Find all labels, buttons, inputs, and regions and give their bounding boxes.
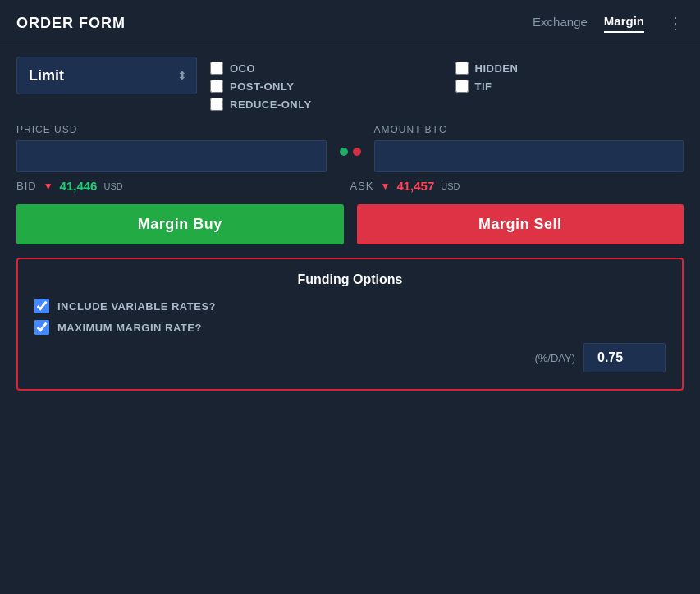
price-col: PRICE USD xyxy=(16,124,327,172)
reduce-only-label: REDUCE-ONLY xyxy=(230,98,312,111)
hidden-checkbox[interactable] xyxy=(455,62,469,75)
oco-checkbox[interactable] xyxy=(210,62,223,75)
order-type-wrapper: Limit Market Stop Trailing Stop Fill or … xyxy=(16,57,197,94)
tab-exchange[interactable]: Exchange xyxy=(533,15,588,32)
margin-buy-button[interactable]: Margin Buy xyxy=(16,204,344,244)
post-only-checkbox[interactable] xyxy=(210,80,223,93)
buy-sell-row: Margin Buy Margin Sell xyxy=(16,204,684,244)
amount-label: AMOUNT BTC xyxy=(374,124,684,135)
ask-triangle-icon: ▼ xyxy=(381,180,391,192)
bid-value: 41,446 xyxy=(60,179,98,193)
ask-currency: USD xyxy=(441,181,460,191)
amount-input[interactable] xyxy=(374,140,684,172)
bid-triangle-icon: ▼ xyxy=(43,180,53,192)
tif-checkbox[interactable] xyxy=(455,80,469,93)
order-type-row: Limit Market Stop Trailing Stop Fill or … xyxy=(16,57,684,111)
rate-row: (%/DAY) xyxy=(34,343,666,372)
dot-red-icon xyxy=(353,148,361,156)
ask-label: ASK xyxy=(350,180,374,192)
max-margin-label: MAXIMUM MARGIN RATE? xyxy=(57,322,202,334)
checkbox-post-only: POST-ONLY xyxy=(210,80,439,93)
dot-green-icon xyxy=(340,148,348,156)
margin-sell-button[interactable]: Margin Sell xyxy=(357,204,684,244)
include-variable-row: INCLUDE VARIABLE RATES? xyxy=(34,299,666,313)
checkbox-hidden: HIDDEN xyxy=(455,62,684,75)
tif-label: TIF xyxy=(475,80,492,93)
rate-input[interactable] xyxy=(583,343,666,372)
header: ORDER FORM Exchange Margin ⋮ xyxy=(0,0,700,43)
header-tabs: Exchange Margin ⋮ xyxy=(533,13,684,33)
bid-currency: USD xyxy=(103,181,122,191)
more-options-icon[interactable]: ⋮ xyxy=(667,13,684,33)
max-margin-row: MAXIMUM MARGIN RATE? xyxy=(34,320,666,335)
form-body: Limit Market Stop Trailing Stop Fill or … xyxy=(0,43,700,404)
include-variable-checkbox[interactable] xyxy=(34,299,49,313)
checkboxes-area: OCO HIDDEN POST-ONLY TIF REDUCE-ONLY xyxy=(210,57,684,111)
bid-label: BID xyxy=(16,180,37,192)
oco-label: OCO xyxy=(230,62,255,75)
checkbox-oco: OCO xyxy=(210,62,439,75)
bid-section: BID ▼ 41,446 USD xyxy=(16,179,350,193)
funding-options-title: Funding Options xyxy=(34,272,666,287)
amount-col: AMOUNT BTC xyxy=(374,124,684,172)
order-form: ORDER FORM Exchange Margin ⋮ Limit Marke… xyxy=(0,0,700,404)
include-variable-label: INCLUDE VARIABLE RATES? xyxy=(57,300,216,313)
max-margin-checkbox[interactable] xyxy=(34,320,49,335)
ask-value: 41,457 xyxy=(396,179,434,193)
post-only-label: POST-ONLY xyxy=(230,80,294,93)
price-amount-row: PRICE USD AMOUNT BTC xyxy=(16,124,684,172)
reduce-only-checkbox[interactable] xyxy=(210,98,223,111)
bid-ask-row: BID ▼ 41,446 USD ASK ▼ 41,457 USD xyxy=(16,179,684,193)
form-title: ORDER FORM xyxy=(16,15,126,32)
ask-section: ASK ▼ 41,457 USD xyxy=(350,179,684,193)
rate-label: (%/DAY) xyxy=(534,352,575,364)
tab-margin[interactable]: Margin xyxy=(604,14,644,33)
funding-options-box: Funding Options INCLUDE VARIABLE RATES? … xyxy=(16,258,684,391)
price-label: PRICE USD xyxy=(16,124,327,135)
checkbox-reduce-only: REDUCE-ONLY xyxy=(210,98,439,111)
order-type-select[interactable]: Limit Market Stop Trailing Stop Fill or … xyxy=(16,57,197,94)
hidden-label: HIDDEN xyxy=(475,62,519,75)
checkbox-tif: TIF xyxy=(455,80,684,93)
price-input[interactable] xyxy=(16,140,327,172)
